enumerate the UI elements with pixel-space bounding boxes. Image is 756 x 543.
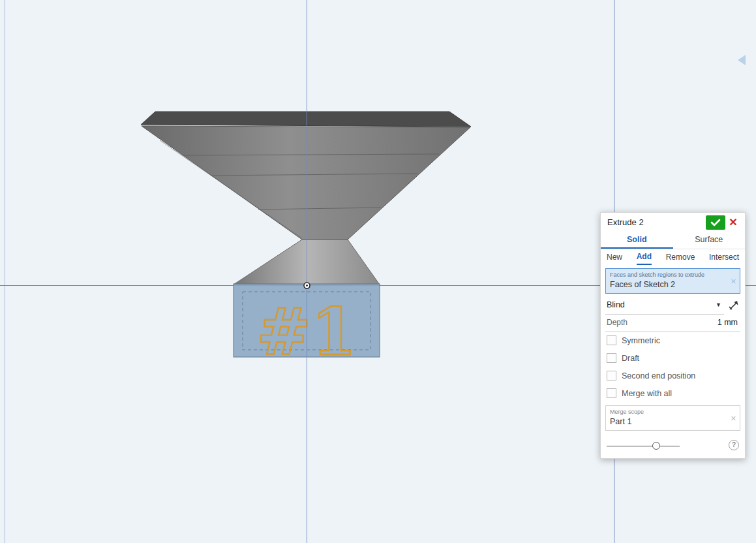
depth-value: 1 mm xyxy=(718,318,738,327)
help-icon[interactable]: ? xyxy=(729,440,739,450)
opacity-slider[interactable] xyxy=(607,441,680,450)
end-condition-row: Blind ▼ xyxy=(605,296,740,314)
dialog-header: Extrude 2 ✕ xyxy=(601,213,745,232)
dialog-title: Extrude 2 xyxy=(607,217,706,227)
checkbox-row-second-end[interactable]: Second end position xyxy=(601,367,745,384)
faces-field-value: Faces of Sketch 2 xyxy=(610,280,728,289)
tab-solid[interactable]: Solid xyxy=(601,232,673,249)
boolean-new[interactable]: New xyxy=(607,251,622,264)
faces-field-caption: Faces and sketch regions to extrude xyxy=(610,272,728,278)
tab-surface[interactable]: Surface xyxy=(673,232,746,249)
cancel-button[interactable]: ✕ xyxy=(725,215,741,230)
depth-row: Depth 1 mm xyxy=(605,314,740,332)
slider-track xyxy=(607,446,680,446)
model-top-face[interactable] xyxy=(141,112,471,127)
slider-handle[interactable] xyxy=(652,442,660,450)
panel-collapse-chevron-icon[interactable] xyxy=(738,55,746,65)
checkbox-row-draft[interactable]: Draft xyxy=(601,349,745,367)
boolean-operation-row: New Add Remove Intersect xyxy=(601,249,745,266)
symmetric-label: Symmetric xyxy=(622,336,660,345)
draft-checkbox[interactable] xyxy=(607,353,616,363)
second-end-label: Second end position xyxy=(622,371,695,380)
extrude-dialog: Extrude 2 ✕ Solid Surface New Add Remove… xyxy=(600,212,746,459)
origin-marker[interactable] xyxy=(304,283,310,288)
checkbox-row-merge-all[interactable]: Merge with all xyxy=(601,384,745,402)
merge-scope-value: Part 1 xyxy=(610,417,728,426)
second-end-checkbox[interactable] xyxy=(607,371,616,380)
symmetric-checkbox[interactable] xyxy=(607,335,616,345)
merge-scope-field[interactable]: Merge scope Part 1 ✕ xyxy=(605,405,740,431)
chevron-down-icon: ▼ xyxy=(716,302,721,308)
end-condition-dropdown[interactable]: Blind ▼ xyxy=(605,296,724,315)
solid-surface-tabs: Solid Surface xyxy=(601,232,745,249)
confirm-button[interactable] xyxy=(706,215,725,230)
merge-scope-caption: Merge scope xyxy=(610,409,728,415)
boolean-remove[interactable]: Remove xyxy=(666,251,695,264)
draft-label: Draft xyxy=(622,354,639,363)
model-3d[interactable]: #1 xyxy=(141,112,471,370)
x-icon: ✕ xyxy=(729,216,737,228)
clear-selection-icon[interactable]: ✕ xyxy=(731,277,736,285)
dialog-footer: ? xyxy=(601,435,745,458)
end-condition-value: Blind xyxy=(607,300,716,309)
flip-direction-icon[interactable] xyxy=(727,299,740,312)
merge-all-checkbox[interactable] xyxy=(607,388,616,398)
faces-selection-field[interactable]: Faces and sketch regions to extrude Face… xyxy=(605,268,740,294)
depth-input[interactable]: Depth 1 mm xyxy=(605,314,740,332)
boolean-intersect[interactable]: Intersect xyxy=(709,251,739,264)
checkbox-row-symmetric[interactable]: Symmetric xyxy=(601,332,745,349)
clear-merge-scope-icon[interactable]: ✕ xyxy=(731,414,736,422)
depth-label: Depth xyxy=(607,318,718,327)
model-cone-face[interactable] xyxy=(142,126,470,240)
checkmark-icon xyxy=(710,219,721,226)
boolean-add[interactable]: Add xyxy=(637,250,652,265)
merge-all-label: Merge with all xyxy=(622,389,672,398)
